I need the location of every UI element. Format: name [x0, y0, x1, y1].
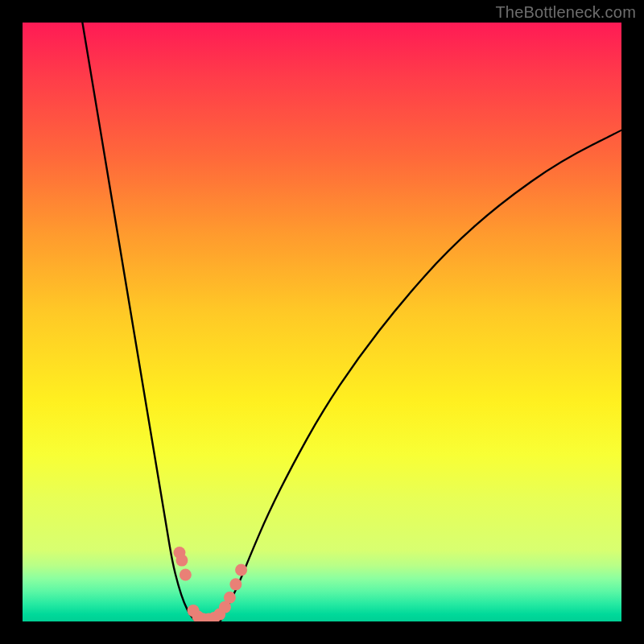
- watermark-text: TheBottleneck.com: [495, 3, 636, 22]
- marker-point: [229, 578, 242, 590]
- series-left-curve: [82, 23, 196, 621]
- chart-overlay: [23, 23, 621, 621]
- marker-point: [180, 568, 192, 580]
- markers: [173, 547, 247, 621]
- marker-point: [175, 555, 188, 567]
- marker-point: [235, 564, 247, 576]
- series-right-curve: [221, 130, 621, 621]
- curves: [82, 23, 621, 621]
- plot-area: [23, 23, 621, 621]
- chart-frame: TheBottleneck.com: [0, 0, 644, 644]
- marker-point: [224, 592, 236, 604]
